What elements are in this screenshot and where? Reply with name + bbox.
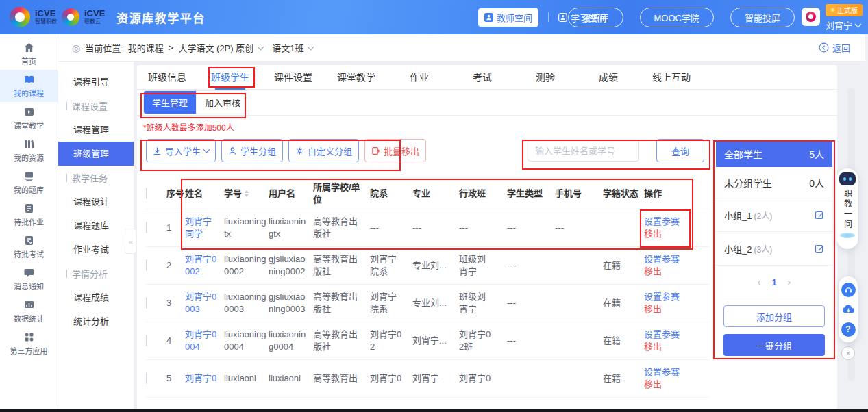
set-contest-link[interactable]: 设置参赛	[644, 329, 686, 341]
course-menu-item[interactable]: 班级管理	[58, 142, 134, 166]
next-page-icon[interactable]: ›	[788, 276, 791, 287]
sidebar-item-notifications[interactable]: 消息通知	[0, 263, 58, 295]
header-pill-button[interactable]: 智能投屏	[730, 8, 795, 27]
sidebar-item-my-resources[interactable]: 我的资源	[0, 134, 58, 166]
page-number[interactable]: 1	[771, 277, 776, 287]
set-contest-link[interactable]: 设置参赛	[644, 366, 686, 378]
student-name-link[interactable]: 刘宵宁同学	[185, 216, 224, 240]
sidebar-item-third-party-apps[interactable]: 第三方应用	[0, 327, 58, 359]
set-contest-link[interactable]: 设置参赛	[644, 253, 686, 266]
edit-group-icon[interactable]	[815, 244, 824, 253]
sidebar-item-question-bank[interactable]: 我的题库	[0, 166, 58, 198]
col-student-type: 学生类型	[507, 188, 555, 200]
user-menu[interactable]: 刘宵宁	[826, 18, 860, 31]
course-menu-item[interactable]: 学情分析	[58, 261, 134, 285]
student-search-input[interactable]	[528, 140, 639, 162]
remove-student-link[interactable]: 移出	[644, 228, 686, 240]
tab[interactable]: 线上互动	[652, 65, 691, 90]
chevron-down-icon	[203, 146, 210, 153]
app-launcher-icon[interactable]	[802, 8, 820, 26]
row-checkbox[interactable]	[146, 259, 147, 271]
customer-service-icon[interactable]	[841, 283, 856, 297]
student-name-link[interactable]: 刘宵宁0	[185, 372, 224, 385]
sidebar-item-statistics[interactable]: 数据统计	[0, 295, 58, 327]
query-button[interactable]: 查询	[656, 139, 704, 162]
sidebar-collapse-handle[interactable]: «	[125, 229, 136, 254]
ungrouped-students-row[interactable]: 未分组学生 0人	[716, 167, 832, 198]
course-menu-item[interactable]: 课程成绩	[58, 285, 134, 309]
import-students-button[interactable]: 导入学生	[146, 139, 216, 162]
breadcrumb-prefix: 当前位置:	[85, 41, 123, 54]
course-menu-item[interactable]: 课程题库	[58, 214, 134, 237]
auto-group-button[interactable]: 一键分组	[723, 334, 825, 356]
all-students-row[interactable]: 全部学生 5人	[716, 141, 832, 167]
row-checkbox[interactable]	[146, 335, 147, 346]
tab[interactable]: 课件设置	[274, 65, 312, 90]
breadcrumb-item-class[interactable]: 语文1班	[272, 41, 303, 54]
row-checkbox[interactable]	[146, 222, 147, 233]
remove-student-link[interactable]: 移出	[644, 303, 686, 316]
sidebar-item-pending-exams[interactable]: 待批考试	[0, 231, 58, 263]
course-menu-item[interactable]: 统计分析	[58, 309, 134, 333]
prev-page-icon[interactable]: ‹	[758, 276, 761, 287]
course-menu-item[interactable]: 教学任务	[58, 166, 134, 190]
sidebar-item-home[interactable]: 首页	[0, 38, 58, 70]
exam-icon	[23, 235, 35, 246]
logo1-name: iCVE	[35, 9, 57, 18]
course-menu-item[interactable]: 课程引导	[58, 70, 134, 94]
student-name-link[interactable]: 刘宵宁0003	[185, 291, 224, 316]
teacher-space-button[interactable]: 教师空间	[478, 8, 538, 27]
sort-icon[interactable]	[245, 190, 249, 197]
course-menu-item[interactable]: 课程管理	[58, 118, 134, 142]
tab[interactable]: 成绩	[589, 65, 628, 90]
course-menu-item[interactable]: 课程设计	[58, 190, 134, 214]
chevron-down-icon[interactable]	[308, 43, 314, 50]
help-icon[interactable]: ?	[841, 322, 856, 337]
student-grouping-button[interactable]: 学生分组	[221, 139, 283, 162]
set-contest-link[interactable]: 设置参赛	[644, 216, 686, 228]
tab[interactable]: 课堂教学	[337, 65, 375, 90]
table-row: 1 刘宵宁同学 liuxiaoningtx liuxiaoningtx 高等教育…	[146, 209, 709, 247]
custom-grouping-button[interactable]: 自定义分组	[288, 139, 359, 162]
tab[interactable]: 测验	[526, 65, 565, 90]
course-menu-item[interactable]: 作业考试	[58, 237, 134, 261]
back-button[interactable]: 返回	[819, 41, 850, 54]
batch-remove-button[interactable]: 批量移出	[364, 139, 426, 162]
row-checkbox[interactable]	[146, 297, 147, 309]
breadcrumb-item-course[interactable]: 大学语文 (2P) 原创	[178, 41, 253, 54]
sidebar-item-classroom[interactable]: 课堂教学	[0, 102, 58, 134]
assistant-widget[interactable]: 职教一问	[836, 168, 858, 249]
sidebar-item-my-courses[interactable]: 我的课程	[0, 70, 58, 102]
cell-username: gjsliuxiaoning0003	[269, 291, 313, 316]
tab[interactable]: 考试	[463, 65, 501, 90]
group-row[interactable]: 小组_1(2人)	[716, 198, 832, 232]
cloud-download-icon[interactable]	[841, 302, 856, 317]
tab[interactable]: 作业	[400, 65, 438, 90]
group-row[interactable]: 小组_2(3人)	[716, 232, 832, 266]
chevron-down-icon[interactable]	[258, 43, 264, 50]
breadcrumb-item-courses[interactable]: 我的课程	[128, 41, 164, 54]
student-name-link[interactable]: 刘宵宁0004	[185, 329, 224, 353]
edit-group-icon[interactable]	[815, 210, 824, 220]
student-icon	[558, 13, 567, 22]
remove-student-link[interactable]: 移出	[644, 341, 686, 353]
assistant-label: 职教一问	[842, 189, 854, 230]
select-all-checkbox[interactable]	[146, 188, 147, 199]
course-sidebar: 课程引导课程设置课程管理班级管理教学任务课程设计课程题库作业考试学情分析课程成绩…	[58, 62, 134, 412]
subtab-student-management[interactable]: 学生管理	[144, 91, 196, 114]
student-name-link[interactable]: 刘宵宁0002	[185, 253, 224, 278]
header-pill-button[interactable]: 资源库	[568, 8, 623, 27]
row-checkbox[interactable]	[146, 372, 147, 384]
remove-student-link[interactable]: 移出	[644, 266, 686, 278]
cell-school: 高等教育出版社	[313, 291, 370, 316]
remove-student-link[interactable]: 移出	[644, 378, 686, 391]
set-contest-link[interactable]: 设置参赛	[644, 291, 686, 303]
tab[interactable]: 班级学生	[211, 65, 249, 90]
sidebar-item-pending-homework[interactable]: 待批作业	[0, 198, 58, 231]
add-group-button[interactable]: 添加分组	[723, 305, 825, 327]
subtab-join-audit[interactable]: 加入审核	[196, 91, 249, 114]
header-pill-button[interactable]: MOOC学院	[640, 8, 714, 27]
close-floating-icon[interactable]: ×	[841, 346, 855, 360]
tab[interactable]: 班级信息	[148, 65, 186, 90]
course-menu-item[interactable]: 课程设置	[58, 94, 134, 118]
